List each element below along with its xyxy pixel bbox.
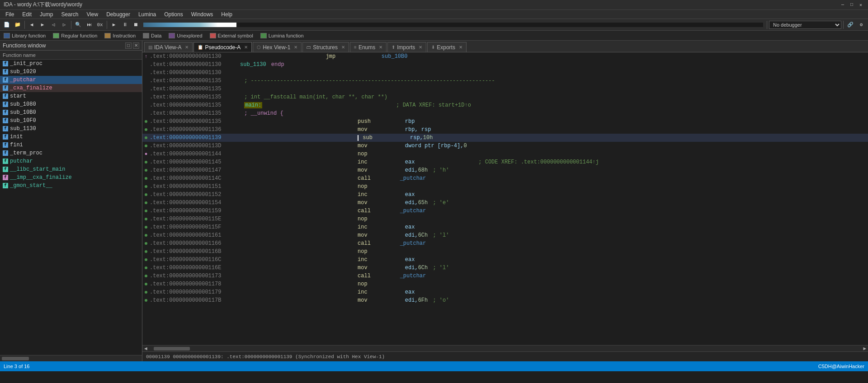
- functions-list[interactable]: f _init_proc f sub_1020 f _putchar f _cx…: [0, 60, 142, 355]
- scroll-left-arrow[interactable]: ◀: [142, 346, 149, 351]
- tab-close-struct[interactable]: ✕: [341, 45, 345, 50]
- tb-attach[interactable]: 🔗: [845, 20, 855, 29]
- tab-icon-hex: ⬡: [257, 45, 261, 50]
- func-name-putchar2: putchar: [10, 158, 33, 164]
- code-line-main-label: .text:0000000000001135 main: ; DATA XREF…: [142, 101, 868, 109]
- func-name-sub1020: sub_1020: [10, 69, 36, 75]
- code-line-sub-rsp: .text:0000000000001139 sub rsp, 10h: [142, 134, 868, 142]
- func-item-imp-cxa-finalize[interactable]: f __imp__cxa_finalize: [0, 173, 142, 182]
- func-item-sub1020[interactable]: f sub_1020: [0, 68, 142, 76]
- tab-ida-view-a[interactable]: ▤ IDA View-A ✕: [144, 42, 193, 52]
- tab-enums[interactable]: ≡ Enums ✕: [350, 42, 387, 52]
- tb-forward2[interactable]: ▷: [59, 20, 69, 29]
- tb-stop[interactable]: ⏹: [131, 20, 141, 29]
- close-button[interactable]: ✕: [857, 1, 864, 9]
- func-item-sub10b0[interactable]: f sub_10B0: [0, 108, 142, 117]
- menu-file[interactable]: File: [2, 10, 18, 19]
- code-line-mov-edi-6fh: .text:000000000000117B mov edi, 6Fh ; 'o…: [142, 296, 868, 304]
- func-item-sub10f0[interactable]: f sub_10F0: [0, 117, 142, 125]
- code-hscroll[interactable]: ◀ ▶: [142, 345, 868, 351]
- tab-exports[interactable]: ⬇ Exports ✕: [427, 42, 467, 52]
- menu-debugger[interactable]: Debugger: [103, 10, 134, 19]
- menu-options[interactable]: Options: [160, 10, 186, 19]
- legend-external-color: [210, 33, 216, 38]
- menu-bar: File Edit Jump Search View Debugger Lumi…: [0, 10, 868, 19]
- tb-settings[interactable]: ⚙: [856, 20, 866, 29]
- tab-icon-imports: ⬆: [392, 45, 395, 50]
- minimize-button[interactable]: —: [839, 1, 846, 9]
- legend-data-color: [143, 33, 149, 38]
- reg-eax-5: eax: [405, 289, 415, 295]
- func-item-fini[interactable]: f fini: [0, 141, 142, 149]
- func-item-init-proc[interactable]: f _init_proc: [0, 60, 142, 68]
- tab-close-exports[interactable]: ✕: [459, 45, 462, 50]
- tab-hex-view-1[interactable]: ⬡ Hex View-1 ✕: [253, 42, 302, 52]
- code-line-nop-115e: .text:000000000000115E nop: [142, 215, 868, 223]
- tab-label-hex: Hex View-1: [263, 44, 290, 51]
- legend-lumina-label: Lumina function: [269, 33, 304, 38]
- bp-marker: ●: [145, 151, 148, 157]
- mnemonic-nop3: nop: [358, 216, 385, 222]
- panel-restore[interactable]: □: [125, 42, 132, 49]
- func-item-sub1080[interactable]: f sub_1080: [0, 100, 142, 108]
- func-item-cxa-finalize[interactable]: f _cxa_finalize: [0, 84, 142, 92]
- menu-jump[interactable]: Jump: [36, 10, 57, 19]
- tb-pause[interactable]: ⏸: [120, 20, 130, 29]
- code-area[interactable]: ↑ .text:0000000000001130 jmp sub_10B0 .t…: [142, 52, 868, 345]
- marker-push-rbp: [142, 120, 150, 123]
- tb-search[interactable]: 🔍: [73, 20, 83, 29]
- tab-structures[interactable]: 🗃 Structures ✕: [302, 42, 349, 52]
- tb-run[interactable]: ▶: [109, 20, 119, 29]
- reg-eax-2: eax: [405, 192, 415, 198]
- mnemonic-mov6: mov: [358, 265, 385, 271]
- tb-forward[interactable]: ▶: [38, 20, 47, 29]
- func-item-sub1130[interactable]: f sub_1130: [0, 125, 142, 133]
- func-item-init[interactable]: f init: [0, 133, 142, 141]
- hscroll-thumb[interactable]: [2, 357, 29, 360]
- code-line-nop-1151: .text:0000000000001151 nop: [142, 182, 868, 191]
- tab-close-enums[interactable]: ✕: [379, 45, 382, 50]
- tab-close-imports[interactable]: ✕: [419, 45, 422, 50]
- scroll-right-arrow[interactable]: ▶: [861, 346, 868, 351]
- menu-edit[interactable]: Edit: [19, 10, 35, 19]
- func-item-term-proc[interactable]: f _term_proc: [0, 149, 142, 157]
- tab-close-hex[interactable]: ✕: [294, 45, 297, 50]
- menu-help[interactable]: Help: [217, 10, 236, 19]
- menu-lumina[interactable]: Lumina: [135, 10, 160, 19]
- tb-back[interactable]: ◀: [27, 20, 37, 29]
- func-icon-libc-start-main: f: [3, 167, 8, 172]
- info-bar: 00001139 0000000000001139: .text:0000000…: [142, 351, 868, 361]
- func-item-start[interactable]: f start: [0, 92, 142, 100]
- tab-close-ida[interactable]: ✕: [185, 45, 189, 50]
- tab-label-enums: Enums: [359, 44, 375, 51]
- menu-view[interactable]: View: [83, 10, 102, 19]
- tb-open[interactable]: 📁: [13, 20, 23, 29]
- maximize-button[interactable]: □: [848, 1, 855, 9]
- reg-edi-3: edi,: [405, 232, 418, 238]
- func-item-putchar2[interactable]: f putchar: [0, 157, 142, 165]
- legend-data: Data: [143, 33, 161, 38]
- addr-unwind: .text:0000000000001135: [150, 110, 240, 117]
- functions-hscrollbar[interactable]: [0, 355, 142, 361]
- func-item-libc-start-main[interactable]: f __libc_start_main: [0, 165, 142, 173]
- tab-pseudocode-a[interactable]: 📋 Pseudocode-A ✕: [193, 42, 252, 52]
- legend-unexplored-label: Unexplored: [177, 33, 202, 38]
- window-controls: — □ ✕: [839, 1, 864, 9]
- legend-lumina-color: [260, 33, 267, 38]
- operand-sub10b0: sub_10B0: [382, 53, 408, 60]
- debugger-selector[interactable]: No debugger: [769, 21, 841, 29]
- hscroll-thumb[interactable]: [154, 347, 190, 350]
- menu-windows[interactable]: Windows: [188, 10, 217, 19]
- tb-new[interactable]: 📄: [2, 20, 12, 29]
- menu-search[interactable]: Search: [57, 10, 82, 19]
- tb-hex[interactable]: 0x: [95, 20, 105, 29]
- tab-imports[interactable]: ⬆ Imports ✕: [387, 42, 426, 52]
- tab-icon-pseudo: 📋: [198, 45, 203, 50]
- tab-close-pseudo[interactable]: ✕: [244, 45, 248, 50]
- func-item-putchar[interactable]: f _putchar: [0, 76, 142, 84]
- tb-back2[interactable]: ◁: [48, 20, 58, 29]
- panel-close[interactable]: ✕: [133, 42, 139, 49]
- tb-next[interactable]: ⏭: [84, 20, 94, 29]
- unwind-directive: ; __unwind {: [244, 110, 283, 117]
- func-item-gmon-start[interactable]: f _gmon_start__: [0, 182, 142, 190]
